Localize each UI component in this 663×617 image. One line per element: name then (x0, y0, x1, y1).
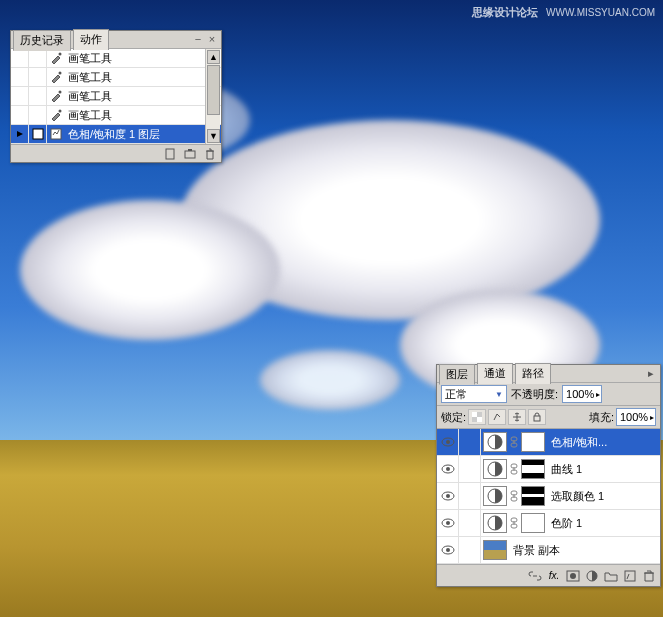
svg-point-32 (446, 521, 450, 525)
watermark-url: WWW.MISSYUAN.COM (546, 7, 655, 18)
layer-link-cell (459, 537, 481, 563)
layers-tab[interactable]: 通道 (477, 363, 513, 384)
svg-rect-8 (188, 149, 192, 151)
link-layers-icon[interactable] (526, 568, 544, 583)
layer-thumb-icon (483, 486, 507, 506)
visibility-toggle[interactable] (437, 483, 459, 509)
new-document-icon[interactable] (161, 146, 179, 161)
history-item[interactable]: 画笔工具 (11, 68, 221, 87)
history-tab[interactable]: 历史记录 (13, 30, 71, 51)
scroll-thumb[interactable] (207, 65, 220, 115)
layer-controls-row1: 正常 ▼ 不透明度: 100% ▸ (437, 383, 660, 406)
layer-row[interactable]: 色相/饱和... (437, 429, 660, 456)
layers-tab[interactable]: 路径 (515, 363, 551, 384)
layer-mask-icon[interactable] (564, 568, 582, 583)
layer-row[interactable]: 背景 副本 (437, 537, 660, 564)
history-item-label: 色相/饱和度 1 图层 (64, 127, 221, 142)
history-source[interactable] (29, 125, 47, 143)
layer-fx-icon[interactable]: fx. (545, 568, 563, 583)
opacity-value: 100% (566, 388, 594, 400)
svg-point-1 (58, 72, 61, 75)
layer-link-cell (459, 510, 481, 536)
history-item-icon (47, 69, 64, 86)
layer-name[interactable]: 色阶 1 (547, 516, 660, 531)
layer-row[interactable]: 色阶 1 (437, 510, 660, 537)
history-item-icon (47, 107, 64, 124)
dropdown-arrow-icon: ▼ (495, 390, 503, 399)
history-item[interactable]: 色相/饱和度 1 图层 (11, 125, 221, 144)
svg-point-40 (570, 573, 576, 579)
history-marker (11, 68, 29, 86)
mask-link-icon[interactable] (509, 436, 519, 448)
layer-group-icon[interactable] (602, 568, 620, 583)
scroll-up-icon[interactable]: ▲ (207, 50, 220, 64)
history-item-label: 画笔工具 (64, 51, 221, 66)
history-source[interactable] (29, 87, 47, 105)
lock-position-icon[interactable] (508, 409, 526, 425)
visibility-toggle[interactable] (437, 456, 459, 482)
minimize-button[interactable]: − (191, 34, 205, 46)
close-button[interactable]: × (205, 34, 219, 46)
scrollbar[interactable]: ▲ ▼ (205, 49, 220, 144)
layer-name[interactable]: 背景 副本 (509, 543, 660, 558)
opacity-input[interactable]: 100% ▸ (562, 385, 602, 403)
visibility-toggle[interactable] (437, 510, 459, 536)
fill-arrow-icon[interactable]: ▸ (650, 413, 654, 422)
history-footer (11, 144, 221, 162)
history-item[interactable]: 画笔工具 (11, 106, 221, 125)
opacity-label: 不透明度: (511, 387, 558, 402)
layer-name[interactable]: 色相/饱和... (547, 435, 660, 450)
opacity-arrow-icon[interactable]: ▸ (596, 390, 600, 399)
svg-rect-4 (33, 129, 43, 139)
lock-label: 锁定: (441, 410, 466, 425)
svg-rect-12 (534, 416, 540, 421)
panel-menu-icon[interactable]: ▸ (644, 368, 658, 380)
history-item[interactable]: 画笔工具 (11, 49, 221, 68)
scroll-down-icon[interactable]: ▼ (207, 129, 220, 143)
watermark: 思缘设计论坛 WWW.MISSYUAN.COM (472, 4, 655, 20)
history-item-icon (47, 50, 64, 67)
history-tab[interactable]: 动作 (73, 29, 109, 50)
new-snapshot-icon[interactable] (181, 146, 199, 161)
svg-point-14 (446, 440, 450, 444)
svg-point-26 (446, 494, 450, 498)
svg-rect-5 (51, 129, 61, 139)
layer-row[interactable]: 选取颜色 1 (437, 483, 660, 510)
history-source[interactable] (29, 49, 47, 67)
svg-point-0 (58, 53, 61, 56)
history-item-icon (47, 88, 64, 105)
history-item-label: 画笔工具 (64, 70, 221, 85)
adjustment-layer-icon[interactable] (583, 568, 601, 583)
delete-layer-icon[interactable] (640, 568, 658, 583)
history-list: 画笔工具画笔工具画笔工具画笔工具色相/饱和度 1 图层 (11, 49, 221, 144)
mask-link-icon[interactable] (509, 490, 519, 502)
history-item[interactable]: 画笔工具 (11, 87, 221, 106)
lock-pixels-icon[interactable] (488, 409, 506, 425)
lock-transparency-icon[interactable] (468, 409, 486, 425)
layer-mask-thumb (521, 513, 545, 533)
layer-name[interactable]: 曲线 1 (547, 462, 660, 477)
history-item-label: 画笔工具 (64, 89, 221, 104)
mask-link-icon[interactable] (509, 517, 519, 529)
layers-panel: 图层通道路径 ▸ 正常 ▼ 不透明度: 100% ▸ 锁定: 填充: 100% … (436, 364, 661, 587)
visibility-toggle[interactable] (437, 429, 459, 455)
new-layer-icon[interactable] (621, 568, 639, 583)
fill-input[interactable]: 100% ▸ (616, 408, 656, 426)
watermark-text: 思缘设计论坛 (472, 6, 538, 18)
visibility-toggle[interactable] (437, 537, 459, 563)
svg-rect-6 (166, 149, 174, 159)
lock-all-icon[interactable] (528, 409, 546, 425)
layer-row[interactable]: 曲线 1 (437, 456, 660, 483)
fill-value: 100% (620, 411, 648, 423)
history-marker (11, 106, 29, 124)
history-source[interactable] (29, 106, 47, 124)
mask-link-icon[interactable] (509, 463, 519, 475)
layer-thumb-icon (483, 459, 507, 479)
layer-name[interactable]: 选取颜色 1 (547, 489, 660, 504)
layers-tab[interactable]: 图层 (439, 364, 475, 385)
history-source[interactable] (29, 68, 47, 86)
trash-icon[interactable] (201, 146, 219, 161)
layers-footer: fx. (437, 564, 660, 586)
blend-mode-select[interactable]: 正常 ▼ (441, 385, 507, 403)
history-marker (11, 125, 29, 143)
